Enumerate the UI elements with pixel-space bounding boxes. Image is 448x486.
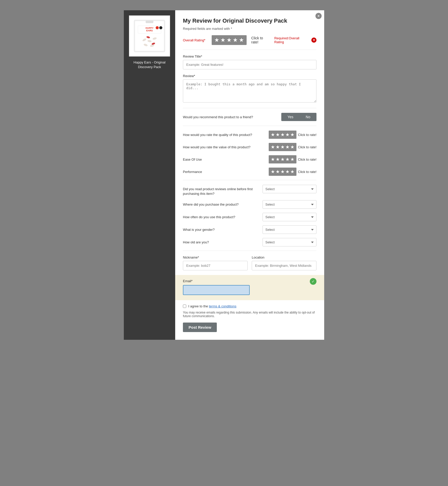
performance-star-5[interactable]: ★ [290,169,294,175]
product-image-svg: HAPPY EARS [132,18,167,54]
review-title-input[interactable] [183,60,316,69]
performance-stars[interactable]: ★ ★ ★ ★ ★ [269,168,296,176]
svg-rect-2 [146,21,153,23]
location-col: Location [252,255,316,270]
terms-link[interactable]: terms & conditions [209,304,236,308]
quality-star-4[interactable]: ★ [285,132,290,137]
age-select[interactable]: Select Under 18 18-24 25-34 35-44 45-54 … [263,238,316,246]
value-star-2[interactable]: ★ [276,144,280,150]
terms-row: I agree to the terms & conditions [183,304,316,308]
ease-rating-row: Ease Of Use ★ ★ ★ ★ ★ Click to rate! [183,155,316,163]
review-label: Review* [183,74,316,78]
quality-star-3[interactable]: ★ [281,132,285,137]
nickname-input[interactable] [183,261,248,270]
recommend-row: Would you recommend this product to a fr… [183,113,316,121]
performance-rating-label: Performance [183,170,269,174]
value-rating-row: How would you rate the value of this pro… [183,143,316,151]
ease-star-1[interactable]: ★ [271,157,275,162]
performance-star-4[interactable]: ★ [285,169,290,175]
ease-star-4[interactable]: ★ [285,157,290,162]
svg-point-7 [159,26,162,29]
email-check-icon: ✓ [310,278,316,285]
value-rating-label: How would you rate the value of this pro… [183,145,269,149]
email-section: Email* ✓ [175,275,324,300]
star-3[interactable]: ★ [227,37,232,43]
age-label: How old are you? [183,238,257,245]
star-1[interactable]: ★ [214,37,219,43]
divider-5 [183,251,316,251]
review-textarea[interactable] [183,79,316,103]
purchase-where-select[interactable]: Select Online In Store [263,200,316,209]
required-note: Required fields are marked with * [183,27,316,31]
close-button[interactable]: × [315,13,322,19]
overall-rating-row: Overall Rating* ★ ★ ★ ★ ★ Click to rate!… [183,35,316,45]
quality-click-to-rate: Click to rate! [298,133,316,137]
value-star-4[interactable]: ★ [285,144,290,150]
terms-checkbox[interactable] [183,305,186,308]
use-frequency-select[interactable]: Select Daily Weekly Monthly Rarely [263,213,316,221]
review-title-label: Review Title* [183,54,316,58]
email-input-wrapper [183,285,316,295]
product-image: HAPPY EARS [129,15,170,57]
ease-star-5[interactable]: ★ [290,157,294,162]
post-review-button[interactable]: Post Review [183,323,217,332]
location-label: Location [252,255,316,259]
value-star-5[interactable]: ★ [290,144,294,150]
star-5[interactable]: ★ [239,37,244,43]
nickname-label: Nickname* [183,255,248,259]
quality-stars-group[interactable]: ★ ★ ★ ★ ★ Click to rate! [269,131,316,139]
quality-stars[interactable]: ★ ★ ★ ★ ★ [269,131,296,139]
value-stars[interactable]: ★ ★ ★ ★ ★ [269,143,296,151]
performance-stars-group[interactable]: ★ ★ ★ ★ ★ Click to rate! [269,168,316,176]
email-notice: You may receive emails regarding this su… [183,311,316,318]
location-input[interactable] [252,261,316,270]
quality-star-5[interactable]: ★ [290,132,294,137]
overall-stars-group[interactable]: ★ ★ ★ ★ ★ [212,35,247,45]
sidebar: HAPPY EARS Happy Ears - Original Discove… [124,10,175,340]
value-click-to-rate: Click to rate! [298,145,316,149]
divider-3 [183,126,316,126]
value-star-1[interactable]: ★ [271,144,275,150]
value-star-3[interactable]: ★ [281,144,285,150]
required-x-icon: ✕ [311,38,316,43]
read-reviews-row: Did you read product reviews online befo… [183,185,316,196]
svg-point-6 [156,26,159,29]
product-name-label: Happy Ears - Original Discovery Pack [129,60,170,69]
ease-rating-label: Ease Of Use [183,158,269,161]
ease-star-3[interactable]: ★ [281,157,285,162]
terms-text: I agree to the terms & conditions [188,304,236,308]
svg-text:HAPPY: HAPPY [145,27,153,29]
review-row: Review* [183,74,316,103]
recommend-yes-button[interactable]: Yes [281,113,300,121]
divider-4 [183,180,316,180]
email-input[interactable] [183,285,250,295]
quality-star-2[interactable]: ★ [276,132,280,137]
overall-click-to-rate: Click to rate! [251,36,271,44]
ease-stars[interactable]: ★ ★ ★ ★ ★ [269,155,296,163]
recommend-label: Would you recommend this product to a fr… [183,115,253,119]
use-frequency-row: How often do you use this product? Selec… [183,213,316,221]
quality-star-1[interactable]: ★ [271,132,275,137]
value-stars-group[interactable]: ★ ★ ★ ★ ★ Click to rate! [269,143,316,151]
ease-click-to-rate: Click to rate! [298,158,316,161]
ease-star-2[interactable]: ★ [276,157,280,162]
review-title-row: Review Title* [183,54,316,69]
purchase-where-label: Where did you purchase the product? [183,200,257,207]
gender-select[interactable]: Select Male Female Prefer not to say [263,225,316,234]
nickname-location-row: Nickname* Location [183,255,316,270]
gender-label: What is your gender? [183,225,257,232]
performance-click-to-rate: Click to rate! [298,170,316,174]
quality-rating-label: How would you rate the quality of this p… [183,133,269,137]
star-2[interactable]: ★ [220,37,226,43]
read-reviews-select[interactable]: Select Yes No [263,185,316,193]
divider-2 [183,108,316,108]
age-row: How old are you? Select Under 18 18-24 2… [183,238,316,246]
star-4[interactable]: ★ [233,37,238,43]
performance-star-2[interactable]: ★ [276,169,280,175]
recommend-no-button[interactable]: No [300,113,316,121]
modal-title: My Review for Original Discovery Pack [183,17,316,24]
performance-star-1[interactable]: ★ [271,169,275,175]
ease-stars-group[interactable]: ★ ★ ★ ★ ★ Click to rate! [269,155,316,163]
recommend-btn-group: Yes No [281,113,316,121]
performance-star-3[interactable]: ★ [281,169,285,175]
